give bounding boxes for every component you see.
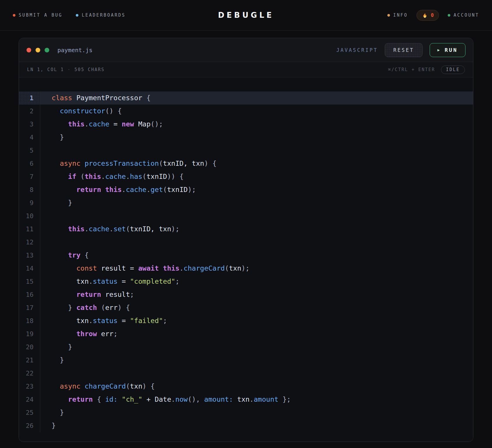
line-number: 1 [19, 91, 40, 105]
traffic-light-icon [45, 48, 49, 52]
nav-right-group: INFO 0 ACCOUNT [387, 10, 479, 21]
code-line[interactable]: 22 [19, 367, 473, 380]
line-number: 8 [19, 183, 40, 196]
line-content: return { id: "ch_" + Date.now(), amount:… [40, 393, 473, 406]
code-line[interactable]: 19 throw err; [19, 327, 473, 341]
line-content: if (this.cache.has(txnID)) { [40, 170, 473, 183]
info-link[interactable]: INFO [387, 13, 408, 18]
code-line[interactable]: 8 return this.cache.get(txnID); [19, 183, 473, 196]
code-line[interactable]: 4 } [19, 131, 473, 144]
line-number: 5 [19, 144, 40, 157]
filename: payment.js [57, 47, 92, 54]
reset-button[interactable]: RESET [385, 43, 422, 57]
line-number: 9 [19, 196, 40, 209]
code-line[interactable]: 3 this.cache = new Map(); [19, 118, 473, 131]
line-number: 22 [19, 367, 40, 380]
code-line[interactable]: 10 [19, 209, 473, 223]
account-link[interactable]: ACCOUNT [448, 13, 479, 18]
leaderboards-label: LEADERBOARDS [82, 13, 125, 18]
code-line[interactable]: 13 try { [19, 249, 473, 262]
line-content [40, 367, 473, 380]
submit-bug-dot-icon [13, 14, 15, 17]
code-line[interactable]: 12 [19, 236, 473, 249]
code-line[interactable]: 2 constructor() { [19, 105, 473, 118]
editor-header-actions: JAVASCRIPT RESET ▶ RUN [336, 43, 465, 57]
code-lines: 1class PaymentProcessor {2 constructor()… [19, 91, 473, 432]
info-dot-icon [387, 14, 390, 17]
line-content: } catch (err) { [40, 301, 473, 314]
streak-counter[interactable]: 0 [417, 10, 439, 21]
code-line[interactable]: 9 } [19, 196, 473, 209]
code-line[interactable]: 14 const result = await this.chargeCard(… [19, 262, 473, 275]
line-number: 16 [19, 288, 40, 301]
streak-count: 0 [431, 12, 434, 18]
line-number: 11 [19, 223, 40, 236]
nav-left-group: SUBMIT A BUG LEADERBOARDS [13, 13, 126, 18]
line-content: } [40, 196, 473, 209]
line-content: } [40, 341, 473, 354]
line-number: 13 [19, 249, 40, 262]
code-line[interactable]: 7 if (this.cache.has(txnID)) { [19, 170, 473, 183]
line-content [40, 144, 473, 157]
line-number: 6 [19, 157, 40, 170]
line-number: 3 [19, 118, 40, 131]
status-separator: · [68, 67, 71, 72]
code-line[interactable]: 25 } [19, 406, 473, 419]
code-line[interactable]: 20 } [19, 341, 473, 354]
line-content: } [40, 354, 473, 367]
line-content: txn.status = "completed"; [40, 275, 473, 288]
line-content: } [40, 406, 473, 419]
submit-bug-link[interactable]: SUBMIT A BUG [13, 13, 62, 18]
line-content: try { [40, 249, 473, 262]
account-label: ACCOUNT [454, 13, 479, 18]
line-content: constructor() { [40, 105, 473, 118]
line-number: 14 [19, 262, 40, 275]
line-number: 12 [19, 236, 40, 249]
code-line[interactable]: 1class PaymentProcessor { [19, 91, 473, 105]
code-line[interactable]: 26} [19, 419, 473, 432]
line-content: txn.status = "failed"; [40, 314, 473, 327]
code-line[interactable]: 24 return { id: "ch_" + Date.now(), amou… [19, 393, 473, 406]
code-line[interactable]: 6 async processTransaction(txnID, txn) { [19, 157, 473, 170]
run-button[interactable]: ▶ RUN [430, 43, 465, 57]
code-line[interactable]: 15 txn.status = "completed"; [19, 275, 473, 288]
info-label: INFO [393, 13, 408, 18]
submit-bug-label: SUBMIT A BUG [19, 13, 62, 18]
line-number: 26 [19, 419, 40, 432]
leaderboards-link[interactable]: LEADERBOARDS [76, 13, 125, 18]
line-content: throw err; [40, 327, 473, 341]
play-icon: ▶ [437, 48, 441, 52]
line-content [40, 209, 473, 223]
char-count: 505 CHARS [74, 67, 105, 72]
line-content: async chargeCard(txn) { [40, 380, 473, 393]
code-line[interactable]: 18 txn.status = "failed"; [19, 314, 473, 327]
code-line[interactable]: 16 return result; [19, 288, 473, 301]
line-content: this.cache = new Map(); [40, 118, 473, 131]
code-line[interactable]: 5 [19, 144, 473, 157]
editor-panel: payment.js JAVASCRIPT RESET ▶ RUN LN 1, … [19, 38, 473, 442]
traffic-lights [27, 48, 49, 52]
code-line[interactable]: 23 async chargeCard(txn) { [19, 380, 473, 393]
line-number: 17 [19, 301, 40, 314]
line-number: 15 [19, 275, 40, 288]
line-number: 24 [19, 393, 40, 406]
top-navbar: SUBMIT A BUG LEADERBOARDS DEBUGLE INFO 0… [0, 0, 492, 31]
line-content: const result = await this.chargeCard(txn… [40, 262, 473, 275]
line-number: 25 [19, 406, 40, 419]
line-content: return result; [40, 288, 473, 301]
state-badge: IDLE [441, 66, 465, 74]
traffic-light-icon [27, 48, 31, 52]
line-number: 18 [19, 314, 40, 327]
code-line[interactable]: 17 } catch (err) { [19, 301, 473, 314]
line-number: 23 [19, 380, 40, 393]
line-content: async processTransaction(txnID, txn) { [40, 157, 473, 170]
line-content: class PaymentProcessor { [40, 91, 473, 105]
code-editor[interactable]: 1class PaymentProcessor {2 constructor()… [19, 77, 473, 442]
code-line[interactable]: 21 } [19, 354, 473, 367]
cursor-status: LN 1, COL 1 · 505 CHARS [27, 67, 105, 72]
main-content: payment.js JAVASCRIPT RESET ▶ RUN LN 1, … [0, 31, 492, 442]
cursor-position: LN 1, COL 1 [27, 67, 64, 72]
line-number: 20 [19, 341, 40, 354]
code-line[interactable]: 11 this.cache.set(txnID, txn); [19, 223, 473, 236]
account-dot-icon [448, 14, 450, 17]
